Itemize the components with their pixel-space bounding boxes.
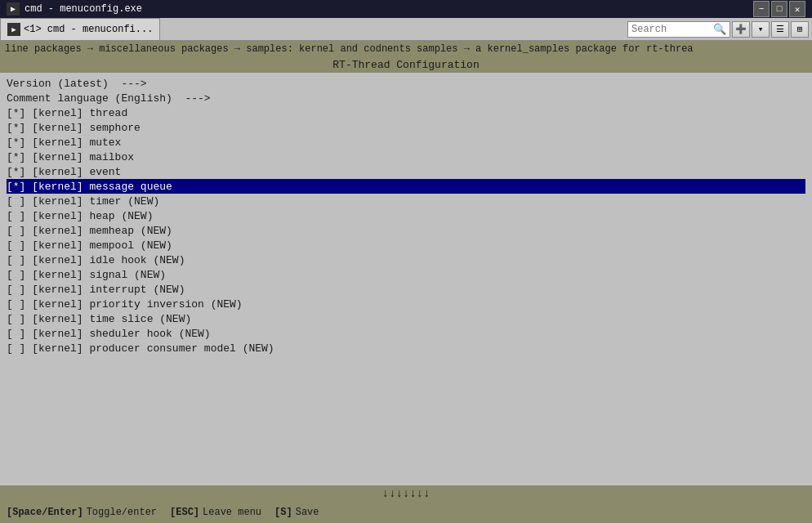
close-button[interactable]: ✕ [789, 1, 805, 17]
menu-item-11[interactable]: [ ] [kernel] signal (NEW) [7, 267, 805, 282]
maximize-button[interactable]: □ [771, 1, 787, 17]
breadcrumb: line packages → miscellaneous packages →… [0, 41, 812, 57]
dropdown-button[interactable]: ▾ [752, 21, 770, 38]
menu-item-16[interactable]: [ ] [kernel] producer consumer model (NE… [7, 341, 805, 355]
menu-item-13[interactable]: [ ] [kernel] priority inversion (NEW) [7, 297, 805, 311]
config-title: RT-Thread Configuration [0, 57, 812, 73]
menu-item-10[interactable]: [ ] [kernel] idle hook (NEW) [7, 253, 805, 267]
menu-item-12[interactable]: [ ] [kernel] interrupt (NEW) [7, 282, 805, 297]
tab-label: <1> cmd - menuconfi... [24, 24, 153, 35]
menu-item-7[interactable]: [ ] [kernel] heap (NEW) [7, 208, 805, 223]
status-item-0: [Space/Enter]Toggle/enter [7, 507, 157, 518]
status-action-0: Toggle/enter [87, 507, 157, 518]
menu-item-6[interactable]: [ ] [kernel] timer (NEW) [7, 194, 805, 208]
search-icon: 🔍 [713, 23, 726, 36]
menu-item-15[interactable]: [ ] [kernel] sheduler hook (NEW) [7, 326, 805, 341]
tab-icon: ▶ [7, 23, 20, 36]
menu-item-4[interactable]: [*] [kernel] event [7, 164, 805, 179]
view-button[interactable]: ☰ [771, 21, 789, 38]
window-title: cmd - menuconfig.exe [25, 3, 753, 15]
add-button[interactable]: ➕ [732, 21, 750, 38]
menu-comment-language: Comment language (English) ---> [7, 91, 805, 105]
window-controls: − □ ✕ [753, 1, 805, 17]
status-item-1: [ESC]Leave menu [170, 507, 261, 518]
menu-item-9[interactable]: [ ] [kernel] mempool (NEW) [7, 238, 805, 253]
menu-item-8[interactable]: [ ] [kernel] memheap (NEW) [7, 223, 805, 238]
status-action-2: Save [296, 507, 319, 518]
status-key-0: [Space/Enter] [7, 507, 83, 518]
search-box[interactable]: 🔍 [627, 21, 730, 38]
search-input[interactable] [631, 24, 713, 35]
menu-item-2[interactable]: [*] [kernel] mutex [7, 135, 805, 150]
scroll-indicator: ↓↓↓↓↓↓↓ [0, 485, 812, 502]
menu-item-14[interactable]: [ ] [kernel] time slice (NEW) [7, 311, 805, 326]
main-content: line packages → miscellaneous packages →… [0, 41, 812, 523]
menu-item-5[interactable]: [*] [kernel] message queue [7, 179, 805, 194]
menu-item-0[interactable]: [*] [kernel] thread [7, 105, 805, 120]
minimize-button[interactable]: − [753, 1, 770, 17]
title-bar: ▶ cmd - menuconfig.exe − □ ✕ [0, 0, 812, 18]
toolbar-right: 🔍 ➕ ▾ ☰ ⊞ [627, 18, 812, 40]
menu-area: Version (latest) ---> Comment language (… [0, 73, 812, 485]
status-key-2: [S] [274, 507, 292, 518]
tab-bar: ▶ <1> cmd - menuconfi... 🔍 ➕ ▾ ☰ ⊞ [0, 18, 812, 41]
menu-item-3[interactable]: [*] [kernel] mailbox [7, 150, 805, 164]
status-item-2: [S]Save [274, 507, 319, 518]
status-key-1: [ESC] [170, 507, 199, 518]
menu-item-1[interactable]: [*] [kernel] semphore [7, 120, 805, 135]
tab-1[interactable]: ▶ <1> cmd - menuconfi... [0, 18, 160, 40]
app-icon: ▶ [7, 2, 20, 16]
menu-version: Version (latest) ---> [7, 76, 805, 91]
status-bar: [Space/Enter]Toggle/enter[ESC]Leave menu… [0, 502, 812, 523]
status-action-1: Leave menu [203, 507, 261, 518]
more-button[interactable]: ⊞ [791, 21, 809, 38]
